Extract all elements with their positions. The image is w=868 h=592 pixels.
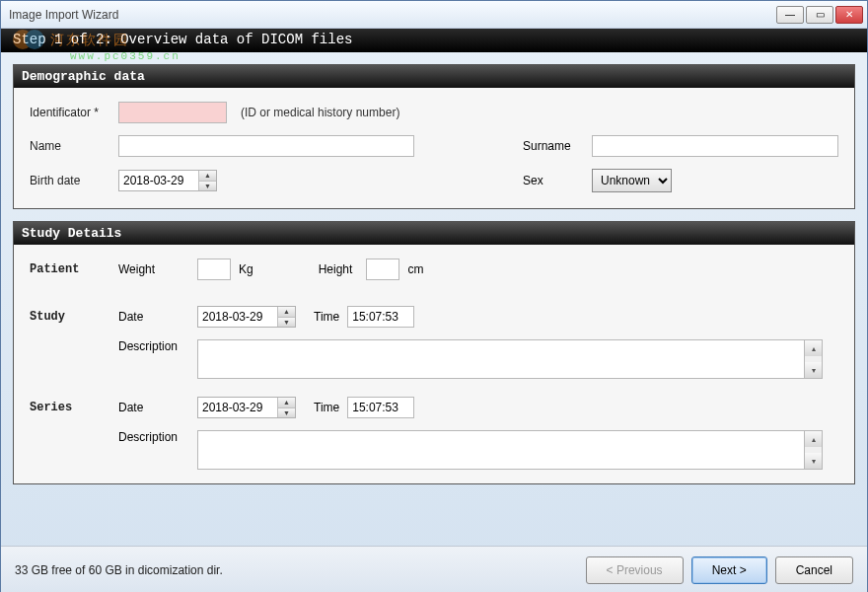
weight-label: Weight <box>118 262 189 276</box>
study-time-input[interactable] <box>347 306 414 328</box>
study-details-panel: Study Details Patient Weight Kg Height c… <box>13 221 855 484</box>
birthdate-label: Birth date <box>30 174 110 187</box>
study-time-label: Time <box>314 310 339 324</box>
spin-up-icon[interactable]: ▲ <box>199 171 216 182</box>
series-section-label: Series <box>30 401 110 414</box>
series-date-spin[interactable]: ▲▼ <box>277 398 295 417</box>
birthdate-spin-buttons[interactable]: ▲▼ <box>198 171 216 190</box>
patient-section-label: Patient <box>30 262 110 276</box>
maximize-button[interactable]: ▭ <box>806 6 833 24</box>
previous-button[interactable]: < Previous <box>586 556 684 584</box>
name-input[interactable] <box>118 135 414 157</box>
series-date-spinner[interactable]: ▲▼ <box>197 397 296 418</box>
sex-select[interactable]: Unknown <box>592 169 672 192</box>
study-details-header: Study Details <box>14 222 854 245</box>
spin-up-icon[interactable]: ▲ <box>278 307 295 318</box>
study-desc-input[interactable] <box>197 339 805 379</box>
birthdate-spinner[interactable]: ▲▼ <box>118 170 217 191</box>
study-desc-scrollbar[interactable]: ▴▾ <box>805 339 823 379</box>
cancel-button[interactable]: Cancel <box>775 556 853 584</box>
spin-down-icon[interactable]: ▼ <box>278 408 295 418</box>
series-date-label: Date <box>118 401 189 414</box>
next-button[interactable]: Next > <box>691 556 767 584</box>
name-label: Name <box>30 139 110 153</box>
series-time-label: Time <box>314 401 339 414</box>
window-controls: — ▭ ✕ <box>776 6 863 24</box>
height-input[interactable] <box>366 259 399 280</box>
scroll-up-icon[interactable]: ▴ <box>805 431 822 447</box>
identificator-input[interactable] <box>118 102 227 123</box>
minimize-button[interactable]: — <box>776 6 804 24</box>
study-date-spinner[interactable]: ▲▼ <box>197 306 296 328</box>
study-desc-label: Description <box>118 339 189 353</box>
window-title: Image Import Wizard <box>5 8 776 22</box>
watermark-text-2: www.pc0359.cn <box>70 50 181 62</box>
scroll-down-icon[interactable]: ▾ <box>805 453 822 469</box>
series-desc-input[interactable] <box>197 430 805 470</box>
wizard-window: Image Import Wizard — ▭ ✕ Step 1 of 2: O… <box>0 0 868 592</box>
study-date-input[interactable] <box>198 307 277 327</box>
scroll-down-icon[interactable]: ▾ <box>805 362 822 378</box>
step-banner: Step 1 of 2: Overview data of DICOM file… <box>1 29 867 52</box>
identificator-hint: (ID or medical history number) <box>241 106 399 119</box>
weight-input[interactable] <box>197 259 231 280</box>
watermark-text-1: 河东软件园 <box>50 32 129 49</box>
demographic-panel: Demographic data Identificator * (ID or … <box>13 64 855 209</box>
spin-down-icon[interactable]: ▼ <box>278 318 295 328</box>
footer-bar: 33 GB free of 60 GB in dicomization dir.… <box>1 546 867 592</box>
weight-unit: Kg <box>239 262 253 276</box>
titlebar: Image Import Wizard — ▭ ✕ <box>1 1 867 29</box>
study-date-spin[interactable]: ▲▼ <box>277 307 295 327</box>
sex-label: Sex <box>523 174 582 187</box>
status-text: 33 GB free of 60 GB in dicomization dir. <box>15 563 578 577</box>
close-button[interactable]: ✕ <box>835 6 863 24</box>
birthdate-input[interactable] <box>119 171 198 190</box>
study-date-label: Date <box>118 310 189 324</box>
series-date-input[interactable] <box>198 398 277 417</box>
height-unit: cm <box>407 262 423 276</box>
demographic-header: Demographic data <box>14 65 854 88</box>
study-section-label: Study <box>30 310 110 324</box>
height-label: Height <box>319 262 353 276</box>
spin-down-icon[interactable]: ▼ <box>199 182 216 191</box>
series-time-input[interactable] <box>347 397 414 418</box>
watermark-logo-icon <box>13 27 50 52</box>
surname-input[interactable] <box>592 135 838 157</box>
series-desc-label: Description <box>118 430 189 444</box>
surname-label: Surname <box>523 139 582 153</box>
spin-up-icon[interactable]: ▲ <box>278 398 295 408</box>
series-desc-scrollbar[interactable]: ▴▾ <box>805 430 823 470</box>
scroll-up-icon[interactable]: ▴ <box>805 340 822 356</box>
content-area: Demographic data Identificator * (ID or … <box>1 52 867 546</box>
identificator-label: Identificator * <box>30 106 110 119</box>
